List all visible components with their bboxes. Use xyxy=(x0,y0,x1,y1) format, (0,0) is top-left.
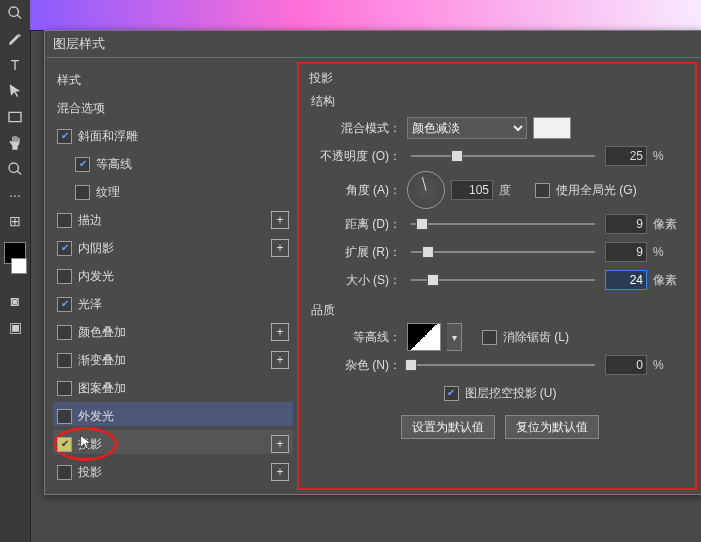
distance-label: 距离 (D)： xyxy=(317,216,401,233)
screenmode-icon[interactable]: ▣ xyxy=(4,316,26,338)
style-outer-glow[interactable]: 外发光 xyxy=(53,402,293,430)
style-inner-shadow-checkbox[interactable] xyxy=(57,241,72,256)
style-texture-label: 纹理 xyxy=(96,184,289,201)
antialias-label: 消除锯齿 (L) xyxy=(503,329,569,346)
noise-input[interactable]: 0 xyxy=(605,355,647,375)
quickmask-icon[interactable]: ◙ xyxy=(4,290,26,312)
style-inner-glow-checkbox[interactable] xyxy=(57,269,72,284)
contour-dropdown-icon[interactable]: ▾ xyxy=(447,323,462,351)
reset-default-button[interactable]: 复位为默认值 xyxy=(505,415,599,439)
magnify-icon[interactable] xyxy=(4,2,26,24)
style-bevel-label: 斜面和浮雕 xyxy=(78,128,289,145)
style-texture-checkbox[interactable] xyxy=(75,185,90,200)
style-drop-shadow-2[interactable]: 投影 + xyxy=(53,458,293,486)
knockout-checkbox[interactable] xyxy=(444,386,459,401)
add-drop-shadow-2-icon[interactable]: + xyxy=(271,463,289,481)
drop-shadow-panel: 投影 结构 混合模式： 颜色减淡 不透明度 (O)： 25 % xyxy=(297,62,697,490)
spread-row: 扩展 (R)： 9 % xyxy=(317,238,683,266)
style-inner-glow[interactable]: 内发光 xyxy=(53,262,293,290)
spread-slider[interactable] xyxy=(411,251,595,253)
add-drop-shadow-1-icon[interactable]: + xyxy=(271,435,289,453)
add-color-overlay-icon[interactable]: + xyxy=(271,323,289,341)
size-row: 大小 (S)： 24 像素 xyxy=(317,266,683,294)
global-light-checkbox[interactable] xyxy=(535,183,550,198)
distance-unit: 像素 xyxy=(653,216,683,233)
noise-slider[interactable] xyxy=(411,364,595,366)
add-gradient-overlay-icon[interactable]: + xyxy=(271,351,289,369)
style-satin[interactable]: 光泽 xyxy=(53,290,293,318)
style-texture[interactable]: 纹理 xyxy=(53,178,293,206)
blend-mode-row: 混合模式： 颜色减淡 xyxy=(317,114,683,142)
contour-preview[interactable] xyxy=(407,323,441,351)
canvas-preview xyxy=(30,0,701,31)
opacity-label: 不透明度 (O)： xyxy=(317,148,401,165)
global-light-label: 使用全局光 (G) xyxy=(556,182,637,199)
opacity-input[interactable]: 25 xyxy=(605,146,647,166)
style-contour-checkbox[interactable] xyxy=(75,157,90,172)
noise-label: 杂色 (N)： xyxy=(317,357,401,374)
blending-options[interactable]: 混合选项 xyxy=(53,94,293,122)
distance-input[interactable]: 9 xyxy=(605,214,647,234)
style-outer-glow-label: 外发光 xyxy=(78,408,289,425)
zoom-icon[interactable] xyxy=(4,158,26,180)
distance-slider[interactable] xyxy=(411,223,595,225)
style-color-overlay-checkbox[interactable] xyxy=(57,325,72,340)
styles-header: 样式 xyxy=(53,66,293,94)
quality-label: 品质 xyxy=(311,302,339,323)
pen-icon[interactable] xyxy=(4,28,26,50)
hand-icon[interactable] xyxy=(4,132,26,154)
background-swatch[interactable] xyxy=(11,258,27,274)
size-unit: 像素 xyxy=(653,272,683,289)
styles-list: 样式 混合选项 斜面和浮雕 等高线 纹理 描边 + xyxy=(45,58,297,494)
style-stroke-checkbox[interactable] xyxy=(57,213,72,228)
style-drop-shadow-1-checkbox[interactable] xyxy=(57,437,72,452)
blend-mode-select[interactable]: 颜色减淡 xyxy=(407,117,527,139)
style-drop-shadow-1[interactable]: 投影 + xyxy=(53,430,293,458)
shadow-color-swatch[interactable] xyxy=(533,117,571,139)
angle-dial[interactable] xyxy=(407,171,445,209)
style-pattern-overlay[interactable]: 图案叠加 xyxy=(53,374,293,402)
make-default-button[interactable]: 设置为默认值 xyxy=(401,415,495,439)
knockout-row: 图层挖空投影 (U) xyxy=(317,379,683,407)
angle-input[interactable]: 105 xyxy=(451,180,493,200)
style-bevel[interactable]: 斜面和浮雕 xyxy=(53,122,293,150)
artboard-icon[interactable]: ⊞ xyxy=(4,210,26,232)
path-select-icon[interactable] xyxy=(4,80,26,102)
knockout-label: 图层挖空投影 (U) xyxy=(465,385,557,402)
style-drop-shadow-2-checkbox[interactable] xyxy=(57,465,72,480)
style-outer-glow-checkbox[interactable] xyxy=(57,409,72,424)
distance-row: 距离 (D)： 9 像素 xyxy=(317,210,683,238)
style-pattern-overlay-label: 图案叠加 xyxy=(78,380,289,397)
opacity-slider[interactable] xyxy=(411,155,595,157)
style-inner-shadow[interactable]: 内阴影 + xyxy=(53,234,293,262)
add-inner-shadow-icon[interactable]: + xyxy=(271,239,289,257)
quality-group: 品质 等高线： ▾ 消除锯齿 (L) 杂色 (N)： 0 % xyxy=(307,302,687,439)
style-pattern-overlay-checkbox[interactable] xyxy=(57,381,72,396)
rect-icon[interactable] xyxy=(4,106,26,128)
style-bevel-checkbox[interactable] xyxy=(57,129,72,144)
spread-input[interactable]: 9 xyxy=(605,242,647,262)
size-slider[interactable] xyxy=(411,279,595,281)
size-input[interactable]: 24 xyxy=(605,270,647,290)
style-satin-checkbox[interactable] xyxy=(57,297,72,312)
style-stroke[interactable]: 描边 + xyxy=(53,206,293,234)
style-gradient-overlay[interactable]: 渐变叠加 + xyxy=(53,346,293,374)
style-gradient-overlay-checkbox[interactable] xyxy=(57,353,72,368)
style-inner-shadow-label: 内阴影 xyxy=(78,240,265,257)
style-drop-shadow-1-label: 投影 xyxy=(78,436,265,453)
style-inner-glow-label: 内发光 xyxy=(78,268,289,285)
style-contour-label: 等高线 xyxy=(96,156,289,173)
structure-group: 结构 混合模式： 颜色减淡 不透明度 (O)： 25 % 角度 (A)： xyxy=(307,93,687,294)
style-color-overlay[interactable]: 颜色叠加 + xyxy=(53,318,293,346)
contour-row: 等高线： ▾ 消除锯齿 (L) xyxy=(317,323,683,351)
opacity-unit: % xyxy=(653,149,683,163)
antialias-checkbox[interactable] xyxy=(482,330,497,345)
style-contour[interactable]: 等高线 xyxy=(53,150,293,178)
panel-title: 投影 xyxy=(307,68,687,89)
angle-label: 角度 (A)： xyxy=(317,182,401,199)
layer-style-dialog: 图层样式 样式 混合选项 斜面和浮雕 等高线 纹理 xyxy=(44,30,701,495)
type-icon[interactable]: T xyxy=(4,54,26,76)
edit-toolbar-icon[interactable]: ··· xyxy=(4,184,26,206)
add-stroke-icon[interactable]: + xyxy=(271,211,289,229)
style-gradient-overlay-label: 渐变叠加 xyxy=(78,352,265,369)
